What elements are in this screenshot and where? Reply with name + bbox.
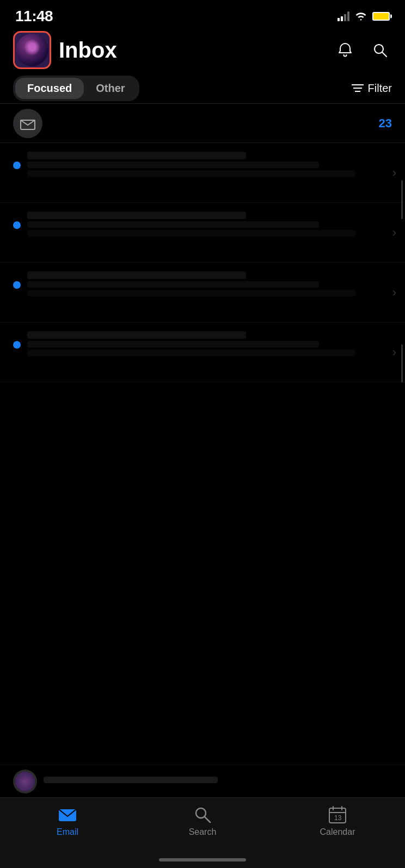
battery-icon (372, 12, 390, 21)
svg-text:13: 13 (334, 814, 342, 822)
email-subject (27, 341, 319, 348)
status-icons (338, 11, 390, 21)
status-time: 11:48 (15, 8, 53, 25)
table-row[interactable]: › (0, 203, 405, 263)
unread-indicator (13, 162, 21, 169)
table-row[interactable]: › (0, 323, 405, 382)
avatar-image (16, 34, 48, 66)
email-content (27, 212, 392, 237)
svg-line-1 (382, 52, 386, 57)
email-sender (27, 271, 246, 279)
nav-item-email[interactable]: Email (29, 805, 106, 837)
table-row[interactable]: › (0, 143, 405, 203)
email-row-partial[interactable] (0, 765, 405, 797)
filter-label: Filter (368, 82, 392, 95)
email-preview (27, 350, 355, 356)
nav-label-email: Email (57, 827, 78, 837)
page-title: Inbox (59, 38, 333, 63)
tab-focused[interactable]: Focused (15, 78, 84, 99)
email-subject (27, 281, 319, 288)
bottom-nav: Email Search 13 Calendar (0, 797, 405, 868)
header-actions (333, 38, 392, 62)
scroll-indicator-2 (401, 344, 403, 382)
partial-line-1 (44, 777, 218, 783)
avatar[interactable] (13, 31, 51, 69)
chevron-right-icon: › (392, 226, 396, 240)
email-sender (27, 152, 246, 159)
bulk-header-row[interactable]: 23 (0, 104, 405, 143)
email-preview (27, 230, 355, 237)
filter-button[interactable]: Filter (352, 82, 392, 95)
header: Inbox (0, 29, 405, 73)
email-subject (27, 162, 319, 168)
email-subject (27, 221, 319, 228)
nav-label-calendar: Calendar (320, 827, 355, 837)
chevron-right-icon: › (392, 286, 396, 300)
email-sender (27, 212, 246, 219)
inbox-segment: Focused Other (13, 76, 139, 101)
tab-other[interactable]: Other (84, 78, 137, 99)
mail-list: › › › › (0, 143, 405, 382)
table-row[interactable]: › (0, 263, 405, 323)
email-content (27, 271, 392, 296)
wifi-icon (355, 12, 367, 21)
svg-line-8 (205, 817, 210, 822)
email-preview (27, 170, 355, 177)
nav-item-calendar[interactable]: 13 Calendar (299, 805, 376, 837)
chevron-right-icon: › (392, 345, 396, 359)
bulk-mail-icon (13, 109, 42, 138)
calendar-nav-icon: 13 (328, 805, 347, 824)
partial-email-content (44, 777, 392, 786)
search-nav-icon (193, 805, 212, 824)
bulk-count: 23 (379, 116, 392, 131)
email-preview (27, 290, 355, 296)
status-bar: 11:48 (0, 0, 405, 29)
nav-label-search: Search (189, 827, 217, 837)
signal-icon (338, 11, 349, 21)
email-content (27, 331, 392, 356)
chevron-right-icon: › (392, 166, 396, 180)
nav-item-search[interactable]: Search (164, 805, 241, 837)
email-sender (27, 331, 246, 339)
scroll-indicator-1 (401, 180, 403, 219)
email-content (27, 152, 392, 177)
email-nav-icon (58, 805, 77, 824)
search-button[interactable] (368, 38, 392, 62)
unread-indicator (13, 221, 21, 229)
tab-bar: Focused Other Filter (0, 73, 405, 103)
unread-indicator (13, 281, 21, 289)
notifications-button[interactable] (333, 38, 357, 62)
unread-indicator (13, 341, 21, 349)
home-indicator (159, 858, 246, 861)
avatar-small (13, 770, 37, 793)
